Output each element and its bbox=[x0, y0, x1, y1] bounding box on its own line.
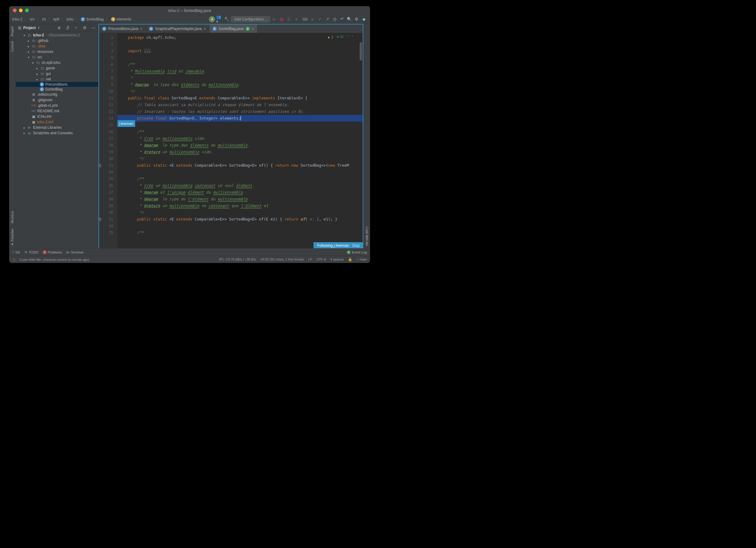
tool-structure-tab[interactable]: Structure bbox=[10, 208, 15, 226]
tree-item[interactable]: ⚙.editorconfig bbox=[16, 92, 98, 97]
git-label: Git: bbox=[302, 17, 308, 21]
status-encoding[interactable]: UTF-8 bbox=[317, 257, 326, 261]
event-log[interactable]: 1Event Log bbox=[347, 250, 367, 254]
hide-sidebar-icon[interactable]: — bbox=[90, 25, 96, 31]
tree-item[interactable]: CPreconditions bbox=[16, 82, 98, 87]
main-body: Project Commit Structure ★Favorites ▦ Pr… bbox=[9, 24, 370, 248]
file-icon: 🗎 bbox=[31, 98, 36, 102]
stop-icon[interactable]: ■ bbox=[293, 16, 299, 22]
bottom-toolbar: ⑂Git ≔TODO !Problems ⌲Terminal 1Event Lo… bbox=[9, 248, 370, 256]
status-lock-icon[interactable]: 🔓 bbox=[348, 257, 352, 261]
sidebar-header: ▦ Project ▾ ⊕ ⇵ ÷ ⚙ — bbox=[16, 24, 98, 32]
tree-item[interactable]: ▸🗀resources bbox=[16, 49, 98, 54]
project-tree[interactable]: ▾🗀tchu-2~/Documents/tchu-2▸🗀.github▸🗀.id… bbox=[16, 32, 98, 248]
cwm-badge: J bbox=[246, 27, 250, 31]
tree-item[interactable]: YML.gitlab-ci.yml bbox=[16, 103, 98, 108]
folder-icon: 🗀 bbox=[40, 71, 45, 76]
tree-item[interactable]: CSortedBag bbox=[16, 87, 98, 92]
collapse-all-icon[interactable]: ÷ bbox=[73, 25, 79, 31]
breadcrumb[interactable]: tchu-2〉 src〉 ch〉 epfl〉 tchu〉 CSortedBag〉… bbox=[12, 17, 132, 22]
search-icon[interactable]: 🔍 bbox=[346, 16, 352, 22]
java-class-icon: C bbox=[149, 27, 153, 31]
tool-commit-tab[interactable]: Commit bbox=[10, 39, 15, 54]
build-icon[interactable]: 🔨 bbox=[224, 16, 230, 22]
tree-item[interactable]: ▦tCHu.iml bbox=[16, 114, 98, 119]
tool-git[interactable]: ⑂Git bbox=[12, 250, 20, 254]
minimize-window-button[interactable] bbox=[19, 9, 23, 12]
expand-all-icon[interactable]: ⇵ bbox=[65, 25, 71, 31]
run-icon[interactable]: ▶ bbox=[271, 16, 277, 22]
inspect-down-icon[interactable]: ˅ bbox=[352, 35, 354, 39]
folder-icon: 🗀 bbox=[35, 60, 40, 65]
status-indent[interactable]: 4 spaces bbox=[330, 257, 344, 261]
editor-tab[interactable]: CSortedBag.javaJ× bbox=[209, 24, 258, 33]
folder-icon: 🗀 bbox=[31, 49, 36, 54]
tree-item[interactable]: ▸🗀.github bbox=[16, 38, 98, 43]
lib-icon: ⊪ bbox=[27, 125, 32, 130]
tree-item[interactable]: MDREADME.md bbox=[16, 108, 98, 114]
git-update-icon[interactable]: ↙ bbox=[309, 16, 316, 22]
tree-item[interactable]: ▸🗀.idea bbox=[16, 43, 98, 49]
coverage-icon[interactable]: ◧ bbox=[286, 16, 292, 22]
tree-item[interactable]: ▸▤Scratches and Consoles bbox=[16, 130, 98, 136]
sidebar-settings-icon[interactable]: ⚙ bbox=[82, 25, 88, 31]
ide-logo-icon[interactable]: ◆ bbox=[361, 16, 367, 22]
editor[interactable]: 123567891011121314151617181920@212425262… bbox=[99, 33, 363, 248]
tool-cwm-tab[interactable]: Code With Me bbox=[365, 224, 369, 248]
maximize-window-button[interactable] bbox=[25, 9, 29, 12]
tree-item[interactable]: ▸🗀game bbox=[16, 65, 98, 71]
tree-item[interactable]: ▾🗀tchu-2~/Documents/tchu-2 bbox=[16, 32, 98, 38]
status-branch[interactable]: ⑂ main bbox=[357, 257, 367, 261]
line-gutter[interactable]: 123567891011121314151617181920@212425262… bbox=[99, 33, 117, 248]
tool-problems[interactable]: !Problems bbox=[43, 250, 62, 254]
status-line-sep[interactable]: LF bbox=[308, 257, 312, 261]
typo-icon[interactable]: ✔̶ 31 bbox=[336, 35, 344, 39]
select-opened-icon[interactable]: ⊕ bbox=[56, 25, 62, 31]
close-tab-icon[interactable]: × bbox=[252, 26, 254, 31]
close-tab-icon[interactable]: × bbox=[203, 26, 206, 31]
tree-item[interactable]: ▸🗀gui bbox=[16, 71, 98, 76]
tree-item[interactable]: ▾🗀src bbox=[16, 54, 98, 60]
git-history-icon[interactable]: ◷ bbox=[332, 16, 338, 22]
inspect-up-icon[interactable]: ˄ bbox=[347, 35, 349, 39]
right-tool-gutter: Code With Me bbox=[363, 24, 370, 248]
tool-todo[interactable]: ≔TODO bbox=[24, 250, 39, 254]
java-class-icon: C bbox=[213, 27, 217, 31]
tree-item[interactable]: ▦tchu-2.iml bbox=[16, 119, 98, 125]
run-config-button[interactable]: Add Configuration... bbox=[231, 16, 270, 22]
editor-area: CPreconditions.java×CGraphicalPlayerAdap… bbox=[98, 24, 363, 248]
settings-icon[interactable]: ⚙ bbox=[354, 16, 360, 22]
tree-item[interactable]: ▸⊪External Libraries bbox=[16, 125, 98, 130]
editor-tabs: CPreconditions.java×CGraphicalPlayerAdap… bbox=[99, 24, 363, 33]
user-avatar[interactable]: J bbox=[209, 16, 215, 22]
folder-icon: 🗀 bbox=[40, 66, 45, 71]
warning-icon[interactable]: ▲ 1 bbox=[327, 35, 333, 39]
code-area[interactable]: package ch.epfl.tchu; import ... /** * M… bbox=[117, 33, 363, 248]
scrollbar-thumb[interactable] bbox=[360, 42, 362, 61]
following-label: Following j.freeman bbox=[317, 243, 349, 248]
editor-tab[interactable]: CGraphicalPlayerAdapter.java× bbox=[146, 24, 209, 33]
status-bar: ▢ Code With Me: j.freeman joined (a minu… bbox=[9, 256, 370, 263]
editor-tab[interactable]: CPreconditions.java× bbox=[99, 24, 146, 33]
md-icon: MD bbox=[31, 109, 36, 113]
debug-icon[interactable]: 🐞 bbox=[279, 16, 285, 22]
git-push-icon[interactable]: ↗ bbox=[324, 16, 330, 22]
status-window-icon[interactable]: ▢ bbox=[12, 257, 15, 261]
tool-favorites-tab[interactable]: ★Favorites bbox=[10, 226, 15, 248]
tool-project-tab[interactable]: Project bbox=[10, 24, 15, 39]
cwm-users-icon[interactable]: 👥▾ bbox=[216, 16, 222, 22]
git-commit-icon[interactable]: ✓ bbox=[317, 16, 323, 22]
inspection-widget[interactable]: ▲ 1 ✔̶ 31 ˄ ˅ bbox=[327, 35, 354, 39]
close-window-button[interactable] bbox=[13, 9, 17, 12]
following-stop-button[interactable]: Stop bbox=[352, 243, 360, 248]
tree-item[interactable]: 🗎.gitignore bbox=[16, 97, 98, 103]
tool-terminal[interactable]: ⌲Terminal bbox=[66, 250, 83, 254]
java-class-icon: C bbox=[102, 27, 106, 31]
titlebar: tchu-2 – SortedBag.java bbox=[9, 6, 370, 15]
close-tab-icon[interactable]: × bbox=[140, 26, 143, 31]
ide-window: tchu-2 – SortedBag.java tchu-2〉 src〉 ch〉… bbox=[9, 6, 370, 263]
tree-item[interactable]: ▸🗀net bbox=[16, 76, 98, 82]
git-rollback-icon[interactable]: ↶ bbox=[339, 16, 345, 22]
tree-item[interactable]: ▾🗀ch.epfl.tchu bbox=[16, 60, 98, 65]
status-position[interactable]: 14:50 (50 chars, 1 line break) bbox=[260, 257, 304, 261]
